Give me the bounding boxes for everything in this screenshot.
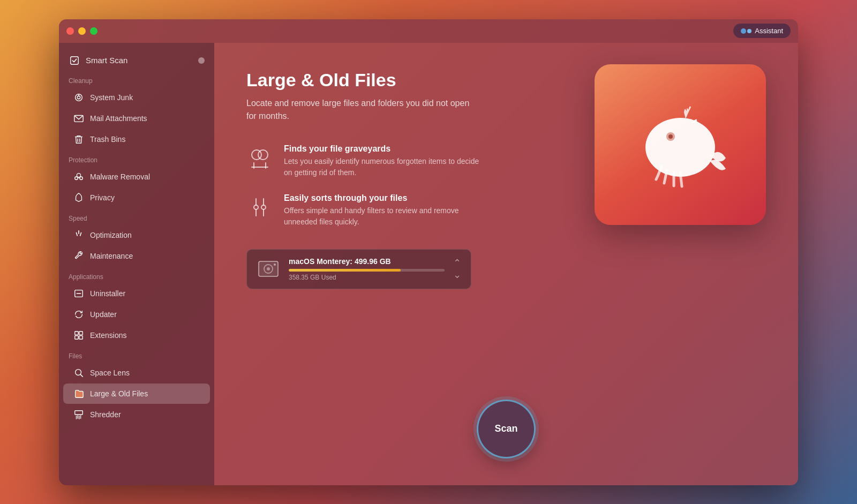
svg-point-29 <box>258 150 268 160</box>
svg-rect-15 <box>79 331 82 334</box>
feature-sorts-text: Easily sorts through your files Offers s… <box>284 193 487 228</box>
app-window: Assistant Smart Scan Cleanup <box>59 19 798 485</box>
sidebar-item-system-junk[interactable]: System Junk <box>63 87 210 108</box>
svg-point-42 <box>274 264 276 266</box>
sidebar-item-privacy[interactable]: Privacy <box>63 187 210 208</box>
svg-point-41 <box>267 267 270 270</box>
scan-button-label: Scan <box>494 423 517 434</box>
maintenance-icon <box>73 250 85 262</box>
disk-info: macOS Monterey: 499.96 GB 358.35 GB Used <box>289 257 445 281</box>
folder-illustration <box>595 64 766 236</box>
traffic-lights <box>66 27 97 35</box>
updater-label: Updater <box>90 310 117 319</box>
feature1-title: Finds your file graveyards <box>284 144 487 154</box>
feature-graveyards-text: Finds your file graveyards Lets you easi… <box>284 144 487 178</box>
feature2-title: Easily sorts through your files <box>284 193 487 203</box>
space-lens-icon <box>73 367 85 379</box>
svg-line-11 <box>80 232 81 235</box>
uninstaller-icon <box>73 288 85 299</box>
extensions-icon <box>73 329 85 341</box>
sidebar-item-extensions[interactable]: Extensions <box>63 325 210 345</box>
protection-section-label: Protection <box>59 150 214 166</box>
smart-scan-label: Smart Scan <box>86 56 127 65</box>
system-junk-label: System Junk <box>90 93 133 102</box>
folder-graphic <box>595 64 766 225</box>
content-area: Large & Old Files Locate and remove larg… <box>214 43 798 485</box>
titlebar: Assistant <box>59 19 798 43</box>
graveyards-icon <box>246 144 273 171</box>
close-button[interactable] <box>66 27 74 35</box>
feature2-desc: Offers simple and handy filters to revie… <box>284 205 487 228</box>
svg-line-19 <box>80 374 82 377</box>
mail-attachments-label: Mail Attachments <box>90 114 147 123</box>
svg-point-2 <box>77 96 80 99</box>
files-section-label: Files <box>59 346 214 362</box>
maintenance-label: Maintenance <box>90 252 133 260</box>
smart-scan-icon <box>69 55 80 66</box>
feature1-desc: Lets you easily identify numerous forgot… <box>284 156 487 178</box>
disk-bar-fill <box>289 269 401 272</box>
svg-rect-20 <box>75 410 83 414</box>
svg-point-27 <box>668 134 673 139</box>
scan-button-area: Scan <box>246 289 766 485</box>
optimization-label: Optimization <box>90 231 132 239</box>
svg-rect-0 <box>71 56 79 64</box>
assistant-dot2-icon <box>747 29 751 33</box>
sidebar-item-maintenance[interactable]: Maintenance <box>63 246 210 266</box>
sidebar-item-optimization[interactable]: Optimization <box>63 225 210 245</box>
smart-scan-indicator <box>198 57 205 64</box>
large-old-files-label: Large & Old Files <box>90 389 148 398</box>
shredder-icon <box>73 409 85 420</box>
minimize-button[interactable] <box>78 27 86 35</box>
trash-icon <box>73 133 85 145</box>
shredder-label: Shredder <box>90 410 121 419</box>
cleanup-section-label: Cleanup <box>59 71 214 87</box>
chevron-icon: ⌃⌄ <box>453 257 461 281</box>
page-subtitle: Locate and remove large files and folder… <box>246 97 471 123</box>
uninstaller-label: Uninstaller <box>90 289 125 298</box>
sidebar-item-shredder[interactable]: Shredder <box>63 404 210 425</box>
disk-used-label: 358.35 GB Used <box>289 274 445 281</box>
sidebar-item-updater[interactable]: Updater <box>63 304 210 325</box>
sidebar-item-mail-attachments[interactable]: Mail Attachments <box>63 108 210 129</box>
trash-bins-label: Trash Bins <box>90 135 125 144</box>
disk-icon <box>257 257 280 281</box>
assistant-label: Assistant <box>755 27 783 35</box>
svg-point-25 <box>645 118 715 177</box>
disk-selector[interactable]: macOS Monterey: 499.96 GB 358.35 GB Used… <box>246 249 471 289</box>
disk-usage-bar <box>289 269 445 272</box>
updater-icon <box>73 309 85 320</box>
svg-rect-16 <box>75 335 78 338</box>
optimization-icon <box>73 229 85 241</box>
sidebar-item-uninstaller[interactable]: Uninstaller <box>63 283 210 304</box>
svg-line-10 <box>76 232 77 235</box>
maximize-button[interactable] <box>90 27 97 35</box>
sidebar-item-large-old-files[interactable]: Large & Old Files <box>63 383 210 404</box>
applications-section-label: Applications <box>59 267 214 283</box>
svg-rect-17 <box>79 335 82 338</box>
sidebar-item-space-lens[interactable]: Space Lens <box>63 363 210 383</box>
space-lens-label: Space Lens <box>90 368 130 377</box>
assistant-button[interactable]: Assistant <box>733 24 791 38</box>
speed-section-label: Speed <box>59 208 214 224</box>
svg-point-5 <box>77 173 80 177</box>
privacy-icon <box>73 192 85 204</box>
large-old-files-icon <box>73 388 85 400</box>
system-junk-icon <box>73 92 85 103</box>
assistant-dot-icon <box>741 28 746 34</box>
sidebar-item-malware-removal[interactable]: Malware Removal <box>63 167 210 187</box>
scan-button[interactable]: Scan <box>477 400 536 458</box>
svg-point-34 <box>261 205 266 209</box>
svg-point-6 <box>75 177 78 179</box>
extensions-label: Extensions <box>90 331 126 340</box>
sidebar-item-smart-scan[interactable]: Smart Scan <box>59 50 214 71</box>
svg-point-33 <box>254 205 258 209</box>
main-area: Smart Scan Cleanup System Junk <box>59 43 798 485</box>
sorts-icon <box>246 193 273 220</box>
disk-name: macOS Monterey: 499.96 GB <box>289 257 445 266</box>
svg-point-7 <box>80 177 82 179</box>
svg-rect-14 <box>75 331 78 334</box>
mail-icon <box>73 112 85 124</box>
sidebar-item-trash-bins[interactable]: Trash Bins <box>63 129 210 149</box>
malware-removal-label: Malware Removal <box>90 172 150 181</box>
